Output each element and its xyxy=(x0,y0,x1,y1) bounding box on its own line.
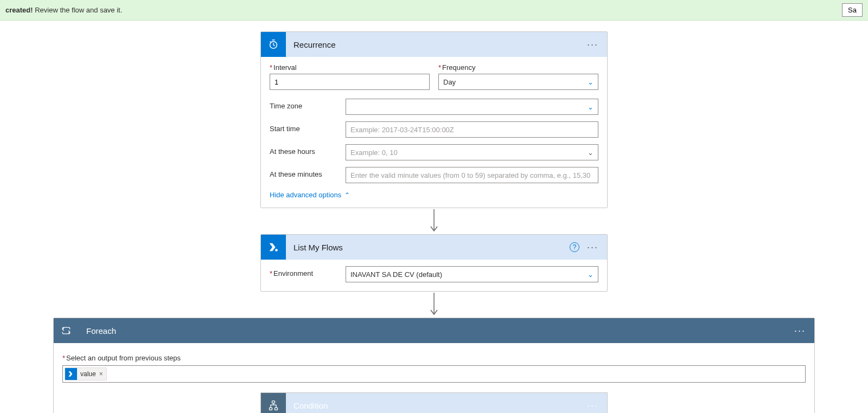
clock-icon xyxy=(261,32,286,57)
chevron-down-icon: ⌄ xyxy=(588,149,593,157)
banner-bold: created! xyxy=(5,6,33,14)
output-token-field[interactable]: value × xyxy=(62,365,806,383)
value-token[interactable]: value × xyxy=(65,367,107,380)
environment-select[interactable]: INAVANT SA DE CV (default) ⌄ xyxy=(346,266,598,282)
interval-input[interactable] xyxy=(270,74,430,90)
flow-icon xyxy=(261,235,286,260)
recurrence-header[interactable]: Recurrence ··· xyxy=(261,32,607,57)
save-button[interactable]: Sa xyxy=(842,3,863,17)
svg-rect-5 xyxy=(270,408,272,410)
condition-menu-button[interactable]: ··· xyxy=(587,400,598,411)
frequency-value: Day xyxy=(443,78,456,86)
foreach-menu-button[interactable]: ··· xyxy=(794,325,806,337)
svg-point-2 xyxy=(275,249,278,252)
chevron-up-icon: ⌃ xyxy=(344,191,350,199)
recurrence-menu-button[interactable]: ··· xyxy=(587,39,598,50)
chevron-down-icon: ⌄ xyxy=(588,78,593,86)
foreach-card: Foreach ··· Select an output from previo… xyxy=(53,318,815,413)
condition-icon xyxy=(261,393,286,413)
starttime-label: Start time xyxy=(270,125,346,133)
environment-value: INAVANT SA DE CV (default) xyxy=(350,270,442,279)
notification-banner: created! Review the flow and save it. Sa xyxy=(0,0,868,21)
chevron-down-icon: ⌄ xyxy=(588,270,593,279)
frequency-select[interactable]: Day ⌄ xyxy=(438,74,598,90)
connector-arrow xyxy=(429,208,439,234)
list-my-flows-title: List My Flows xyxy=(286,243,570,252)
list-my-flows-card: List My Flows ? ··· Environment INAVANT … xyxy=(260,234,608,292)
timezone-label: Time zone xyxy=(270,102,346,110)
advanced-link-text: Hide advanced options xyxy=(270,191,341,199)
output-label: Select an output from previous steps xyxy=(62,354,806,362)
interval-label: Interval xyxy=(270,63,430,72)
help-icon[interactable]: ? xyxy=(570,242,579,252)
svg-rect-6 xyxy=(275,408,278,410)
loop-icon xyxy=(54,318,79,343)
condition-header[interactable]: Condition ··· xyxy=(261,393,607,413)
flow-canvas: Recurrence ··· Interval Frequency Day ⌄ xyxy=(0,21,868,413)
list-my-flows-menu-button[interactable]: ··· xyxy=(587,242,598,253)
hours-select[interactable]: Example: 0, 10 ⌄ xyxy=(346,144,598,160)
recurrence-title: Recurrence xyxy=(286,40,587,49)
svg-rect-4 xyxy=(272,401,275,403)
condition-card: Condition ··· xyxy=(260,392,608,413)
list-my-flows-header[interactable]: List My Flows ? ··· xyxy=(261,235,607,260)
token-label: value xyxy=(80,370,96,378)
connector-arrow xyxy=(429,292,439,318)
hours-placeholder: Example: 0, 10 xyxy=(350,149,398,157)
flow-icon xyxy=(65,368,77,380)
environment-label: Environment xyxy=(270,269,346,278)
minutes-label: At these minutes xyxy=(270,170,346,178)
foreach-title: Foreach xyxy=(79,326,794,335)
token-remove-button[interactable]: × xyxy=(99,370,103,378)
hide-advanced-options-link[interactable]: Hide advanced options ⌃ xyxy=(270,191,350,199)
minutes-input[interactable] xyxy=(346,167,598,183)
recurrence-card: Recurrence ··· Interval Frequency Day ⌄ xyxy=(260,31,608,208)
frequency-label: Frequency xyxy=(438,63,598,72)
hours-label: At these hours xyxy=(270,147,346,156)
condition-title: Condition xyxy=(286,401,587,410)
banner-rest: Review the flow and save it. xyxy=(33,6,123,14)
chevron-down-icon: ⌄ xyxy=(588,103,593,111)
foreach-header[interactable]: Foreach ··· xyxy=(54,318,814,343)
starttime-input[interactable] xyxy=(346,121,598,138)
timezone-select[interactable]: ⌄ xyxy=(346,99,598,115)
